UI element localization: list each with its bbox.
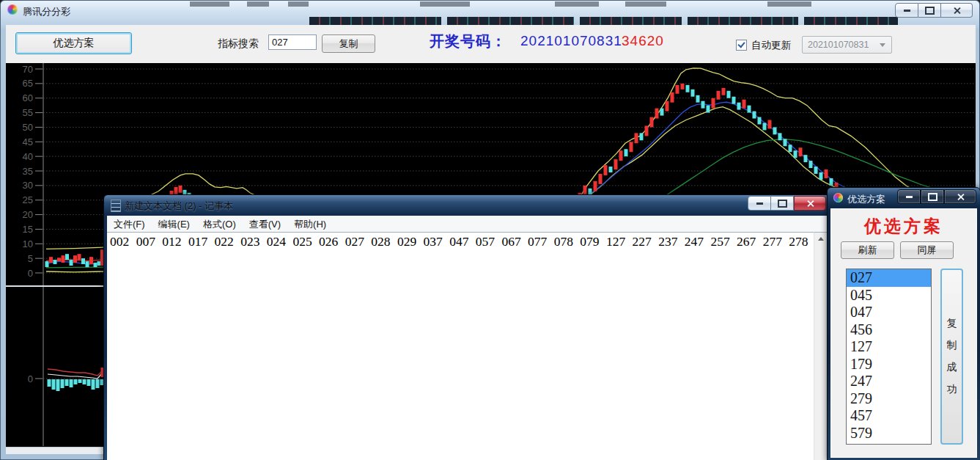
svg-text:60: 60: [23, 92, 33, 103]
list-item[interactable]: 047: [847, 304, 931, 321]
notepad-minimize-button[interactable]: [748, 196, 771, 211]
app-icon: [7, 4, 18, 15]
svg-text:10: 10: [23, 238, 33, 249]
check-icon: [737, 40, 745, 48]
same-screen-button[interactable]: 同屏: [900, 241, 954, 259]
minimize-icon: [906, 196, 913, 198]
notepad-vscrollbar[interactable]: [814, 232, 827, 460]
svg-text:65: 65: [23, 78, 33, 89]
list-item[interactable]: 045: [847, 287, 931, 304]
maximize-icon: [925, 7, 935, 15]
list-item[interactable]: 279: [847, 390, 931, 408]
menu-item[interactable]: 编辑(E): [152, 216, 196, 233]
menu-item[interactable]: 文件(F): [107, 216, 152, 233]
plan-listbox[interactable]: 027045047456127179247279457579: [846, 269, 932, 445]
indicator-search-input[interactable]: 027: [268, 34, 317, 50]
svg-text:70: 70: [23, 64, 33, 75]
svg-text:45: 45: [23, 136, 33, 147]
plan-maximize-button[interactable]: [921, 189, 944, 204]
plan-titlebar[interactable]: 优选方案: [828, 188, 980, 208]
svg-text:55: 55: [23, 107, 33, 118]
draw-period-value: 202101070831: [520, 33, 622, 49]
svg-text:0: 0: [28, 373, 33, 384]
notepad-menubar: 文件(F)编辑(E)格式(O)查看(V)帮助(H): [107, 216, 827, 233]
svg-text:15: 15: [23, 224, 33, 235]
draw-number-label: 开奖号码：: [430, 32, 506, 51]
close-icon: [806, 200, 814, 208]
plan-heading: 优选方案: [831, 215, 976, 238]
copy-button[interactable]: 复制: [322, 34, 375, 53]
maximize-button[interactable]: [918, 3, 941, 18]
notepad-titlebar[interactable]: 新建文本文档 (2) - 记事本: [104, 195, 830, 216]
plan-app-icon: [833, 193, 843, 202]
draw-number-value: 34620: [622, 33, 664, 49]
svg-text:0: 0: [28, 268, 33, 279]
svg-text:20: 20: [23, 209, 33, 220]
close-button[interactable]: [941, 3, 973, 18]
close-icon: [953, 7, 961, 15]
copy-success-button[interactable]: 复制成功: [940, 269, 963, 445]
plan-window: 优选方案 优选方案 刷新 同屏 027045047456127179247279…: [827, 187, 980, 460]
svg-text:5: 5: [28, 253, 33, 264]
list-item[interactable]: 456: [847, 321, 931, 339]
plan-close-button[interactable]: [944, 189, 976, 204]
list-item[interactable]: 027: [847, 269, 931, 287]
svg-text:35: 35: [23, 166, 33, 177]
menu-item[interactable]: 查看(V): [243, 216, 287, 233]
menu-item[interactable]: 帮助(H): [287, 216, 333, 233]
maximize-icon: [778, 200, 787, 208]
plan-button[interactable]: 优选方案: [15, 32, 132, 54]
svg-text:30: 30: [23, 180, 33, 191]
refresh-button[interactable]: 刷新: [841, 241, 894, 259]
scroll-up-button[interactable]: [814, 233, 827, 244]
close-icon: [957, 193, 965, 201]
menu-item[interactable]: 格式(O): [196, 216, 243, 233]
toolbar: 优选方案 指标搜索 027 复制 开奖号码： 202101070831 3462…: [6, 25, 976, 64]
svg-text:50: 50: [23, 122, 33, 133]
list-item[interactable]: 457: [847, 407, 931, 425]
list-item[interactable]: 579: [847, 425, 931, 442]
notepad-title: 新建文本文档 (2) - 记事本: [125, 200, 233, 213]
main-window-title: 腾讯分分彩: [23, 5, 70, 18]
auto-update-checkbox[interactable]: [736, 40, 747, 51]
plan-minimize-button[interactable]: [897, 189, 921, 204]
minimize-icon: [756, 202, 763, 205]
notepad-icon: [111, 200, 121, 212]
list-item[interactable]: 247: [847, 373, 931, 390]
notepad-window: 新建文本文档 (2) - 记事本 文件(F)编辑(E)格式(O)查看(V)帮助(…: [103, 194, 830, 460]
arrow-up-icon: [818, 237, 824, 241]
period-dropdown[interactable]: 202101070831: [802, 36, 892, 54]
svg-text:40: 40: [23, 151, 33, 162]
notepad-text-area[interactable]: 002 007 012 017 022 023 024 025 026 027 …: [107, 232, 814, 460]
plan-window-title: 优选方案: [847, 193, 885, 206]
svg-text:25: 25: [23, 194, 33, 205]
list-item[interactable]: 127: [847, 338, 931, 356]
maximize-icon: [928, 193, 937, 201]
notepad-maximize-button[interactable]: [771, 196, 794, 211]
minimize-icon: [904, 10, 910, 12]
auto-update-label: 自动更新: [751, 39, 791, 52]
notepad-close-button[interactable]: [794, 196, 826, 211]
minimize-button[interactable]: [895, 3, 918, 18]
chevron-down-icon: [880, 43, 885, 47]
list-item[interactable]: 179: [847, 356, 931, 373]
period-dropdown-value: 202101070831: [808, 40, 869, 50]
indicator-search-label: 指标搜索: [218, 37, 259, 51]
main-titlebar[interactable]: 腾讯分分彩: [1, 1, 979, 23]
